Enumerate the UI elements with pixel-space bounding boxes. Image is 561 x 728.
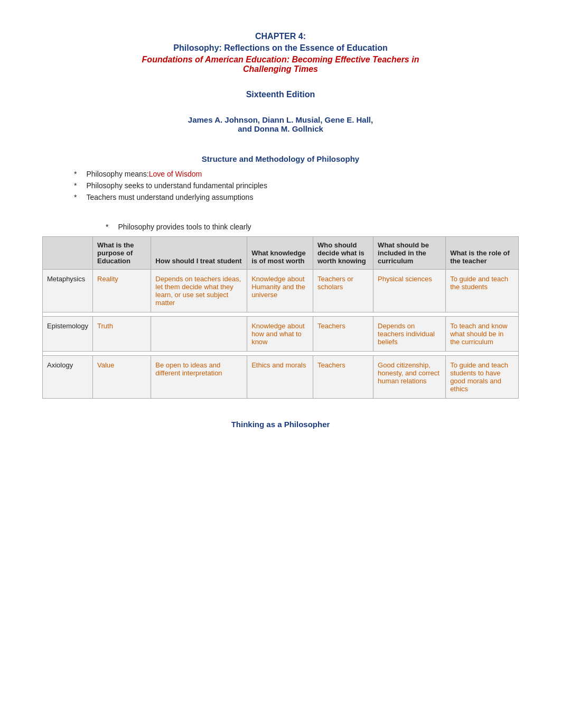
table-cell: Depends on teachers ideas, let them deci… (151, 270, 247, 312)
table-cell: Ethics and morals (247, 356, 313, 399)
philosophy-table: What is the purpose of Education How sho… (42, 236, 519, 399)
table-cell: Value (93, 356, 151, 399)
sub-bullet-1: Philosophy provides tools to think clear… (106, 223, 519, 231)
row-header-cell: Metaphysics (43, 270, 93, 312)
bullet-1: Philosophy means: Love of Wisdom (74, 170, 519, 178)
table-cell: Teachers (313, 356, 373, 399)
thinking-title: Thinking as a Philosopher (42, 420, 519, 429)
love-of-wisdom: Love of Wisdom (149, 170, 202, 178)
table-cell: Teachers (313, 317, 373, 352)
col-header-empty (43, 237, 93, 270)
table-cell: Physical sciences (373, 270, 446, 312)
col-header-who-decides: Who should decide what is worth knowing (313, 237, 373, 270)
table-wrapper: What is the purpose of Education How sho… (42, 236, 519, 399)
table-row: AxiologyValueBe open to ideas and differ… (43, 356, 519, 399)
row-header-cell: Epistemology (43, 317, 93, 352)
table-cell: Teachers or scholars (313, 270, 373, 312)
table-cell: Knowledge about how and what to know (247, 317, 313, 352)
col-header-curriculum: What should be included in the curriculu… (373, 237, 446, 270)
book-subtitle: Foundations of American Education: Becom… (42, 55, 519, 74)
bullet-1-prefix: Philosophy means: (86, 170, 148, 178)
table-cell (151, 317, 247, 352)
table-cell: To guide and teach the students (446, 270, 519, 312)
col-header-teacher-role: What is the role of the teacher (446, 237, 519, 270)
table-cell: Depends on teachers individual beliefs (373, 317, 446, 352)
sub-bullet-list: Philosophy provides tools to think clear… (106, 223, 519, 231)
book-title: Philosophy: Reflections on the Essence o… (42, 43, 519, 53)
table-cell: Reality (93, 270, 151, 312)
chapter-title: CHAPTER 4: (42, 32, 519, 41)
table-row: MetaphysicsRealityDepends on teachers id… (43, 270, 519, 312)
table-spacer-row (43, 312, 519, 317)
bullet-2: Philosophy seeks to understand fundament… (74, 181, 519, 190)
table-cell: Truth (93, 317, 151, 352)
page-header: CHAPTER 4: Philosophy: Reflections on th… (42, 32, 519, 74)
edition-label: Sixteenth Edition (42, 90, 519, 99)
table-cell: Good citizenship, honesty, and correct h… (373, 356, 446, 399)
bullet-list: Philosophy means: Love of Wisdom Philoso… (74, 170, 519, 201)
table-cell: To teach and know what should be in the … (446, 317, 519, 352)
col-header-treat: How should I treat student (151, 237, 247, 270)
table-header-row: What is the purpose of Education How sho… (43, 237, 519, 270)
table-cell: To guide and teach students to have good… (446, 356, 519, 399)
col-header-knowledge: What knowledge is of most worth (247, 237, 313, 270)
table-cell: Be open to ideas and different interpret… (151, 356, 247, 399)
bullet-3: Teachers must understand underlying assu… (74, 193, 519, 201)
table-cell: Knowledge about Humanity and the univers… (247, 270, 313, 312)
table-row: EpistemologyTruthKnowledge about how and… (43, 317, 519, 352)
authors-label: James A. Johnson, Diann L. Musial, Gene … (42, 115, 519, 133)
section-title: Structure and Methodology of Philosophy (42, 154, 519, 163)
col-header-purpose: What is the purpose of Education (93, 237, 151, 270)
table-spacer-row (43, 352, 519, 356)
row-header-cell: Axiology (43, 356, 93, 399)
